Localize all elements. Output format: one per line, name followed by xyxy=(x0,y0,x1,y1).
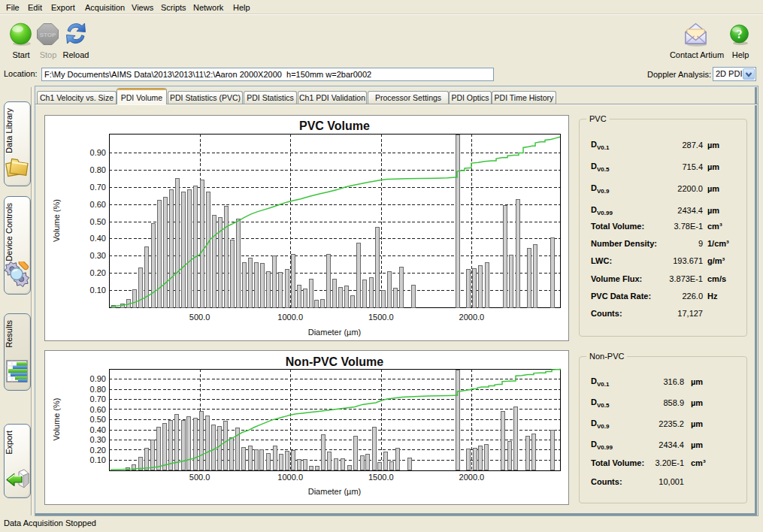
svg-text:1500.0: 1500.0 xyxy=(368,473,394,482)
svg-text:0.50: 0.50 xyxy=(90,217,106,226)
svg-text:?: ? xyxy=(737,28,743,41)
svg-text:1500.0: 1500.0 xyxy=(368,313,394,322)
svg-text:0.10: 0.10 xyxy=(90,455,106,464)
svg-text:500.0: 500.0 xyxy=(189,473,210,482)
svg-text:Non-PVC Volume: Non-PVC Volume xyxy=(286,355,383,368)
svg-text:2000.0: 2000.0 xyxy=(459,473,485,482)
svg-text:Volume (%): Volume (%) xyxy=(52,199,61,242)
svg-text:0.70: 0.70 xyxy=(90,394,106,404)
svg-text:PVC Volume: PVC Volume xyxy=(299,119,370,132)
svg-text:0.20: 0.20 xyxy=(90,446,106,455)
svg-text:0.30: 0.30 xyxy=(90,251,106,260)
svg-text:0.90: 0.90 xyxy=(90,374,106,383)
svg-text:STOP: STOP xyxy=(40,32,56,38)
svg-text:0.90: 0.90 xyxy=(90,148,106,157)
svg-text:0.80: 0.80 xyxy=(90,385,106,394)
svg-text:1000.0: 1000.0 xyxy=(277,473,303,482)
svg-text:0.80: 0.80 xyxy=(90,165,106,174)
svg-text:0.60: 0.60 xyxy=(90,405,106,414)
svg-text:0.40: 0.40 xyxy=(90,234,106,243)
svg-text:0.20: 0.20 xyxy=(90,268,106,277)
svg-text:2000.0: 2000.0 xyxy=(459,313,485,322)
svg-text:0.50: 0.50 xyxy=(90,415,106,424)
svg-text:0.10: 0.10 xyxy=(90,286,106,295)
svg-text:0.60: 0.60 xyxy=(90,200,106,209)
svg-text:0.30: 0.30 xyxy=(90,435,106,444)
svg-text:500.0: 500.0 xyxy=(189,313,210,322)
svg-text:0.70: 0.70 xyxy=(90,183,106,192)
svg-text:1000.0: 1000.0 xyxy=(277,313,303,322)
svg-text:Diameter (µm): Diameter (µm) xyxy=(308,328,362,337)
svg-text:Diameter (µm): Diameter (µm) xyxy=(308,487,362,496)
svg-text:0.40: 0.40 xyxy=(90,425,106,434)
svg-text:Volume (%): Volume (%) xyxy=(52,398,61,441)
